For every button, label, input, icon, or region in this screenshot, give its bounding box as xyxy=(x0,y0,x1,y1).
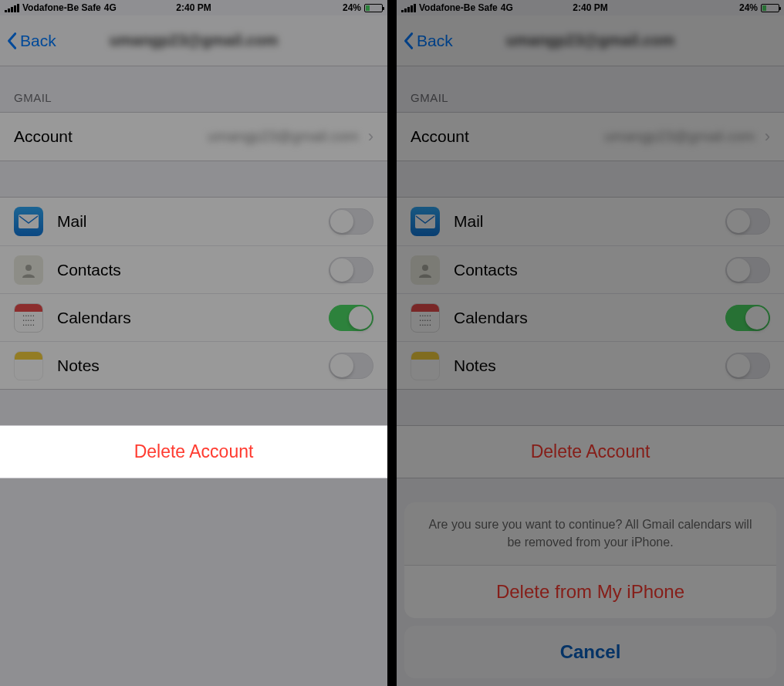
delete-account-label: Delete Account xyxy=(531,441,651,461)
cancel-button[interactable]: Cancel xyxy=(404,626,776,678)
back-label: Back xyxy=(20,32,56,50)
section-header-gmail: GMAIL xyxy=(397,66,784,112)
delete-from-iphone-button[interactable]: Delete from My iPhone xyxy=(404,566,776,618)
account-row[interactable]: Account umangp23@gmail.com › xyxy=(397,113,784,161)
account-value-blurred: umangp23@gmail.com xyxy=(208,128,359,145)
delete-account-button[interactable]: Delete Account xyxy=(397,425,784,478)
nav-title-blurred: umangp23@gmail.com xyxy=(110,32,278,49)
status-bar: Vodafone-Be Safe 4G 2:40 PM 24% xyxy=(397,0,784,15)
account-label: Account xyxy=(411,127,469,146)
battery-icon xyxy=(761,4,779,12)
svg-rect-0 xyxy=(19,215,39,228)
mail-icon xyxy=(411,207,440,236)
phone-left: Vodafone-Be Safe 4G 2:40 PM 24% Back uma… xyxy=(0,0,387,686)
status-bar: Vodafone-Be Safe 4G 2:40 PM 24% xyxy=(0,0,387,15)
chevron-right-icon: › xyxy=(368,127,373,147)
chevron-right-icon: › xyxy=(765,127,770,147)
back-button[interactable]: Back xyxy=(6,32,56,50)
battery-icon xyxy=(364,4,383,12)
calendars-label: Calendars xyxy=(454,309,528,327)
account-row[interactable]: Account umangp23@gmail.com › xyxy=(0,113,387,161)
mail-icon xyxy=(14,207,43,236)
delete-from-iphone-label: Delete from My iPhone xyxy=(496,581,684,602)
notes-toggle-row: Notes xyxy=(397,341,784,389)
notes-toggle[interactable] xyxy=(329,353,373,379)
signal-icon xyxy=(401,4,416,12)
notes-toggle[interactable] xyxy=(725,353,770,379)
back-button[interactable]: Back xyxy=(403,32,453,50)
battery-pct-label: 24% xyxy=(739,2,758,13)
chevron-left-icon xyxy=(403,32,414,50)
mail-label: Mail xyxy=(57,212,87,231)
calendars-toggle[interactable] xyxy=(725,305,770,331)
calendar-icon: • • • • •• • • • •• • • • • xyxy=(14,303,43,333)
clock-label: 2:40 PM xyxy=(176,2,211,13)
notes-label: Notes xyxy=(57,357,100,375)
network-label: 4G xyxy=(104,2,117,13)
notes-label: Notes xyxy=(454,357,496,375)
back-label: Back xyxy=(417,32,453,50)
nav-bar: Back umangp23@gmail.com xyxy=(0,15,387,66)
nav-bar: Back umangp23@gmail.com xyxy=(397,15,784,66)
svg-point-3 xyxy=(422,265,428,271)
signal-icon xyxy=(5,4,19,12)
calendars-toggle-row: • • • • •• • • • •• • • • • Calendars xyxy=(397,293,784,341)
delete-account-button[interactable]: Delete Account xyxy=(0,425,387,478)
account-label: Account xyxy=(14,127,73,146)
contacts-toggle-row: Contacts xyxy=(397,245,784,293)
calendars-toggle[interactable] xyxy=(329,305,373,331)
mail-toggle-row: Mail xyxy=(397,198,784,245)
contacts-toggle-row: Contacts xyxy=(0,245,387,293)
notes-toggle-row: Notes xyxy=(0,341,387,389)
contacts-toggle[interactable] xyxy=(725,257,770,283)
notes-icon xyxy=(14,351,43,380)
action-sheet: Are you sure you want to continue? All G… xyxy=(404,502,776,678)
account-value-blurred: umangp23@gmail.com xyxy=(604,128,755,145)
svg-rect-2 xyxy=(415,215,435,228)
svg-point-1 xyxy=(25,265,32,271)
notes-icon xyxy=(411,351,440,380)
cancel-label: Cancel xyxy=(560,641,621,662)
mail-toggle[interactable] xyxy=(725,208,770,235)
phone-right: Vodafone-Be Safe 4G 2:40 PM 24% Back uma… xyxy=(397,0,784,686)
mail-toggle[interactable] xyxy=(329,208,373,235)
carrier-label: Vodafone-Be Safe xyxy=(22,2,101,13)
chevron-left-icon xyxy=(6,32,17,50)
carrier-label: Vodafone-Be Safe xyxy=(419,2,498,13)
calendars-toggle-row: • • • • •• • • • •• • • • • Calendars xyxy=(0,293,387,341)
network-label: 4G xyxy=(501,2,513,13)
contacts-label: Contacts xyxy=(57,261,121,279)
contacts-icon xyxy=(14,255,43,285)
contacts-icon xyxy=(411,255,440,285)
mail-label: Mail xyxy=(454,212,484,231)
nav-title-blurred: umangp23@gmail.com xyxy=(506,32,674,49)
calendar-icon: • • • • •• • • • •• • • • • xyxy=(411,303,440,333)
battery-pct-label: 24% xyxy=(343,2,361,13)
clock-label: 2:40 PM xyxy=(573,2,607,13)
calendars-label: Calendars xyxy=(57,309,131,327)
contacts-toggle[interactable] xyxy=(329,257,373,283)
section-header-gmail: GMAIL xyxy=(0,66,387,112)
contacts-label: Contacts xyxy=(454,261,518,279)
delete-account-label: Delete Account xyxy=(134,441,254,461)
mail-toggle-row: Mail xyxy=(0,198,387,245)
action-sheet-message: Are you sure you want to continue? All G… xyxy=(404,502,776,566)
